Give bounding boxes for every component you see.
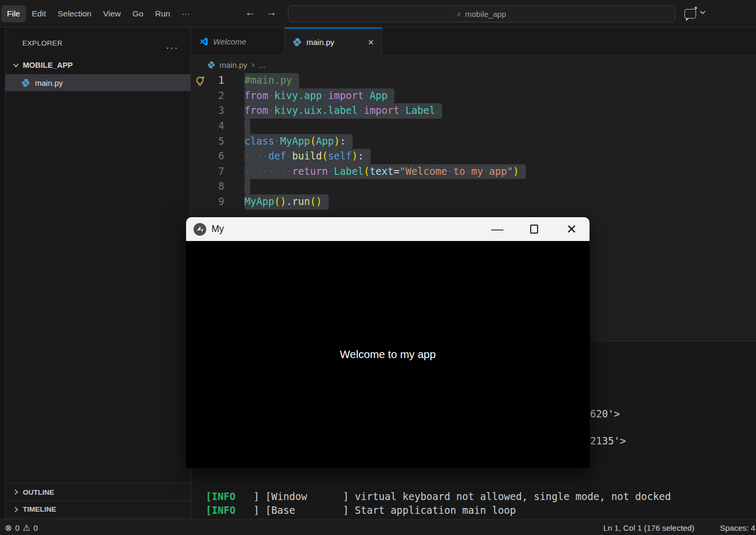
back-arrow-icon[interactable]: ←	[245, 6, 256, 19]
vscode-icon	[199, 37, 208, 46]
token: Base	[271, 505, 343, 516]
token: [INFO	[206, 491, 235, 502]
token: Start application main loop	[355, 505, 516, 516]
token: Label	[406, 105, 435, 116]
sidebar-section-timeline[interactable]: TIMELINE	[5, 501, 190, 518]
chevron-right-icon: ›	[252, 59, 255, 70]
line-number: 3	[191, 103, 224, 119]
token: ·	[364, 90, 370, 101]
chevron-right-icon	[14, 489, 19, 495]
sidebar-bottom-sections: OUTLINE TIMELINE	[5, 483, 190, 518]
code-line[interactable]: 5class·MyApp(App):	[191, 134, 756, 149]
token: )	[316, 196, 322, 207]
menu-item-go[interactable]: Go	[127, 5, 150, 22]
token: Window	[271, 491, 343, 502]
token: ·	[447, 166, 453, 177]
token: kivy.uix.label	[274, 105, 358, 116]
close-button[interactable]: ✕	[562, 217, 581, 241]
kivy-app-window: My — ✕ Welcome to my app	[186, 217, 590, 468]
terminal-fragment: 2135'>	[590, 435, 626, 447]
copilot-icon: ✦	[684, 9, 696, 19]
token: ·	[358, 105, 364, 116]
line-content: from·kivy.app·import·App	[244, 88, 394, 104]
code-line[interactable]: 6····def·build(self):	[191, 149, 756, 164]
selection-highlight: MyApp().run()	[244, 194, 329, 210]
token: Label	[334, 166, 364, 177]
maximize-icon	[530, 225, 538, 234]
warning-count: 0	[33, 523, 38, 532]
token: ·	[400, 105, 406, 116]
sidebar-item-folder[interactable]: MOBILE_APP	[5, 57, 190, 73]
token: ·	[328, 166, 334, 177]
code-line[interactable]: 7········return·Label(text="Welcome·to·m…	[191, 164, 756, 180]
code-line[interactable]: 1#main.py	[191, 73, 756, 88]
token: ]	[343, 491, 355, 502]
menu-item-[interactable]: ···	[176, 5, 196, 22]
minimize-button[interactable]: —	[488, 217, 506, 241]
tab-mainpy[interactable]: main.py ×	[285, 28, 382, 55]
line-number: 2	[191, 88, 224, 104]
menu-item-view[interactable]: View	[97, 5, 126, 22]
selection-highlight: #main.py	[244, 73, 299, 88]
token: App	[370, 90, 388, 101]
token: import	[328, 90, 364, 101]
selection-highlight: ········return·Label(text="Welcome·to·my…	[244, 164, 526, 180]
code-line[interactable]: 2from·kivy.app·import·App	[191, 88, 756, 104]
kivy-window-title: My	[212, 224, 224, 235]
line-content: ········return·Label(text="Welcome·to·my…	[244, 164, 526, 180]
problems-indicator[interactable]: ⊗ 0 ⚠ 0	[5, 520, 38, 535]
code-line[interactable]: 3from·kivy.uix.label·import·Label	[191, 103, 756, 119]
token: "Welcome	[400, 166, 447, 177]
tab-bar: Welcome main.py ×	[191, 28, 756, 55]
code-lines[interactable]: 1#main.py2from·kivy.app·import·App3from·…	[191, 73, 756, 210]
code-line[interactable]: 4	[191, 119, 756, 134]
menu-item-selection[interactable]: Selection	[52, 5, 98, 22]
token: ·	[322, 90, 328, 101]
token: .	[286, 196, 292, 207]
chevron-down-icon	[13, 63, 19, 68]
sidebar-item-mainpy[interactable]: main.py	[5, 74, 190, 91]
token: text	[370, 166, 393, 177]
menu-item-edit[interactable]: Edit	[26, 5, 52, 22]
token: )	[513, 166, 518, 177]
token: (	[322, 150, 328, 162]
menu-item-run[interactable]: Run	[149, 5, 175, 22]
activity-strip	[0, 28, 5, 519]
selection-highlight: ····def·build(self):	[244, 149, 371, 164]
command-center-search[interactable]: ⌕ mobile_app	[288, 5, 675, 22]
search-icon: ⌕	[457, 10, 461, 19]
explorer-more-actions[interactable]: ···	[166, 42, 179, 54]
token: ] [	[235, 505, 271, 516]
maximize-button[interactable]	[525, 217, 543, 241]
token: (	[310, 136, 316, 147]
python-icon	[207, 61, 215, 69]
selection-highlight	[244, 179, 250, 194]
code-line[interactable]: 9MyApp().run()	[191, 194, 756, 210]
tab-welcome[interactable]: Welcome	[191, 28, 285, 55]
line-number: 4	[191, 119, 224, 134]
kivy-title-bar[interactable]: My — ✕	[186, 217, 590, 241]
forward-arrow-icon[interactable]: →	[266, 6, 277, 19]
token: (	[310, 196, 316, 207]
token: :	[340, 136, 346, 147]
token: to	[453, 166, 465, 177]
cursor-position[interactable]: Ln 1, Col 1 (176 selected)	[603, 520, 695, 535]
token: )	[280, 196, 286, 207]
line-number: 1	[191, 73, 224, 88]
copilot-menu[interactable]: ✦	[684, 7, 706, 19]
terminal-line: [INFO ] [Base ] Start application main l…	[206, 504, 671, 518]
line-content: class·MyApp(App):	[244, 134, 353, 149]
token: class	[244, 136, 274, 147]
token: self	[328, 150, 352, 162]
token: run	[292, 196, 310, 207]
explorer-sidebar: EXPLORER ··· MOBILE_APP main.py OUTLINE …	[5, 28, 191, 519]
code-line[interactable]: 8	[191, 179, 756, 194]
line-number: 8	[191, 179, 224, 194]
indentation-setting[interactable]: Spaces: 4	[720, 520, 755, 535]
token: )	[352, 150, 358, 162]
sidebar-section-outline[interactable]: OUTLINE	[5, 483, 190, 501]
menu-item-file[interactable]: File	[1, 5, 26, 22]
close-icon[interactable]: ×	[368, 37, 374, 47]
token: ]	[343, 505, 355, 516]
breadcrumb[interactable]: main.py › ...	[191, 55, 756, 74]
